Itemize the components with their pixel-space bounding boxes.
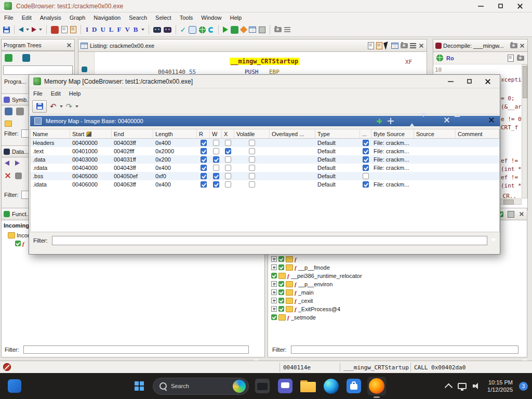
snapshot-icon[interactable] xyxy=(274,27,282,32)
dialog-minimize-button[interactable] xyxy=(443,77,458,86)
search-text-icon[interactable] xyxy=(164,27,171,33)
tree-row[interactable]: f __p__fmode xyxy=(271,263,330,271)
gray-tool-icon[interactable] xyxy=(15,172,22,179)
folder-icon[interactable] xyxy=(5,121,12,127)
tree-row[interactable]: f __pei386_runtime_relocator xyxy=(271,272,362,280)
globe-icon[interactable] xyxy=(199,26,206,33)
checkbox-initialized[interactable] xyxy=(363,181,369,188)
expand-up-icon[interactable] xyxy=(409,117,415,127)
checkbox-execute[interactable] xyxy=(225,173,231,179)
tree-view-icon[interactable] xyxy=(5,54,12,62)
expand-icon[interactable] xyxy=(271,306,277,312)
copy-icon[interactable] xyxy=(508,55,514,62)
snapshot-icon[interactable] xyxy=(510,43,517,48)
tree-node[interactable]: f xyxy=(15,240,24,247)
checkbox-write[interactable] xyxy=(213,148,219,154)
listing-highlighted-label[interactable]: __mingw_CRTStartup xyxy=(230,58,299,65)
teams-icon[interactable] xyxy=(276,377,295,395)
checkbox-initialized[interactable] xyxy=(363,148,369,154)
search-box[interactable]: Search xyxy=(153,378,249,395)
decompile-header[interactable]: Decompile: ___mingw... xyxy=(433,39,527,52)
redo-dropdown-icon[interactable] xyxy=(75,105,78,108)
dialog-menu-edit[interactable]: Edit xyxy=(47,90,65,97)
field-format-icon[interactable] xyxy=(391,43,398,49)
menu-file[interactable]: File xyxy=(0,15,18,21)
table-row[interactable]: .idata 00406000 004063ff 0x400 Default F… xyxy=(31,180,499,189)
cursor-arrow-icon[interactable] xyxy=(383,41,390,49)
column-header-end[interactable]: End xyxy=(112,129,153,139)
snapshot-icon[interactable] xyxy=(401,43,408,48)
search-memory-icon[interactable] xyxy=(153,27,161,33)
column-header-byte-source[interactable]: Byte Source xyxy=(371,129,414,139)
tree-row[interactable]: f __p__environ xyxy=(271,280,332,288)
tray-chevron-icon[interactable] xyxy=(445,383,453,391)
maximize-button[interactable] xyxy=(493,2,508,11)
checkbox-volatile[interactable] xyxy=(249,140,255,146)
listing-xref[interactable]: XF xyxy=(405,59,412,65)
checkbox-volatile[interactable] xyxy=(249,148,255,154)
checkbox-read[interactable] xyxy=(201,181,207,188)
dialog-titlebar[interactable]: Memory Map [CodeBrowser: test1:/crackme0… xyxy=(29,75,500,88)
column-header-start[interactable]: Start xyxy=(70,129,112,139)
expand-icon[interactable] xyxy=(271,298,277,303)
menu-window[interactable]: Window xyxy=(197,15,225,21)
checkbox-read[interactable] xyxy=(201,165,207,171)
tree-box[interactable] xyxy=(3,65,73,75)
firefox-icon[interactable] xyxy=(367,377,386,395)
back-dropdown-icon[interactable] xyxy=(26,29,29,31)
close-icon[interactable] xyxy=(520,43,525,48)
menu-help[interactable]: Help xyxy=(225,15,246,21)
filter-input[interactable] xyxy=(23,345,249,354)
expand-icon[interactable] xyxy=(271,281,277,287)
column-header-type[interactable]: Type xyxy=(315,129,360,139)
filter-input[interactable] xyxy=(291,345,518,354)
dialog-maximize-button[interactable] xyxy=(461,77,477,86)
dialog-close-button[interactable] xyxy=(480,77,496,86)
chip-icon[interactable] xyxy=(259,26,265,33)
menu-tools[interactable]: Tools xyxy=(176,15,197,21)
menu-analysis[interactable]: Analysis xyxy=(36,15,65,21)
checkbox-write[interactable] xyxy=(213,173,219,179)
list-icon[interactable] xyxy=(284,27,290,32)
forward-icon[interactable] xyxy=(32,27,36,32)
checkbox-read[interactable] xyxy=(201,173,207,179)
close-icon[interactable] xyxy=(66,43,72,48)
checkbox-volatile[interactable] xyxy=(249,165,255,171)
minimize-button[interactable] xyxy=(473,2,488,11)
move-block-icon[interactable] xyxy=(387,117,395,125)
copy-view-icon[interactable] xyxy=(368,42,374,49)
checkbox-write[interactable] xyxy=(213,181,219,188)
checkbox-volatile[interactable] xyxy=(249,156,255,163)
tree-row[interactable]: f _cexit xyxy=(271,297,313,304)
table-row[interactable]: .rdata 00404000 004043ff 0x400 Default F… xyxy=(31,164,499,172)
back-icon[interactable] xyxy=(19,27,23,32)
paste-icon[interactable] xyxy=(70,26,76,33)
table-row[interactable]: Headers 00400000 004003ff 0x400 Default … xyxy=(31,139,499,147)
letter-u-icon[interactable]: U xyxy=(100,25,105,34)
snapshot-icon[interactable] xyxy=(517,56,524,61)
refresh-icon[interactable] xyxy=(436,55,443,61)
checkbox-execute[interactable] xyxy=(225,165,231,171)
column-header-name[interactable]: Name xyxy=(31,129,70,139)
checkbox-execute[interactable] xyxy=(225,140,231,146)
checkbox-volatile[interactable] xyxy=(249,173,255,179)
info-icon[interactable] xyxy=(189,26,196,34)
expand-icon[interactable] xyxy=(271,264,277,270)
checkbox-write[interactable] xyxy=(213,165,219,171)
ro-label[interactable]: Ro xyxy=(446,55,454,61)
expand-icon[interactable] xyxy=(271,289,277,295)
chart-icon[interactable] xyxy=(5,108,12,115)
column-header-volatile[interactable]: Volatile xyxy=(234,129,270,139)
app-window-icon[interactable] xyxy=(253,377,272,395)
column-header-length[interactable]: Length xyxy=(153,129,197,139)
tree-row[interactable]: f _setmode xyxy=(271,313,316,321)
close-button[interactable] xyxy=(512,2,528,11)
tree-row[interactable]: f _main xyxy=(271,288,314,296)
checkbox-execute[interactable] xyxy=(225,148,231,154)
checkbox-initialized[interactable] xyxy=(363,156,369,163)
memory-icon[interactable] xyxy=(231,26,238,34)
column-header-w[interactable]: W xyxy=(210,129,222,139)
close-icon[interactable] xyxy=(519,211,524,217)
column-header-source[interactable]: Source xyxy=(414,129,456,139)
close-icon[interactable] xyxy=(419,43,424,48)
